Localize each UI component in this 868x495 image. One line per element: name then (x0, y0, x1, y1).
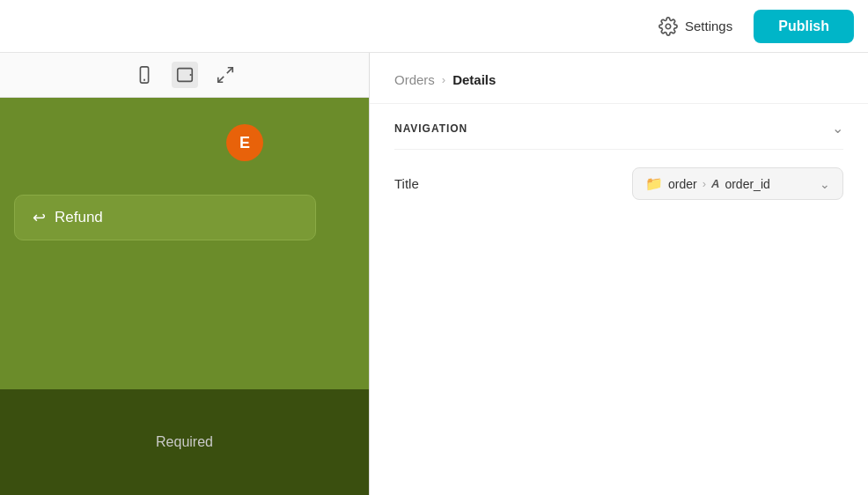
preview-dark-section: Required (0, 389, 369, 495)
required-text: Required (156, 434, 213, 450)
path-separator: › (702, 177, 706, 190)
main-area: E ↩ Refund Required Orders › Details NAV… (0, 53, 868, 495)
title-value-dropdown[interactable]: 📁 order › A order_id ⌄ (632, 167, 843, 200)
mobile-view-button[interactable] (131, 62, 158, 88)
folder-icon: 📁 (645, 175, 663, 192)
breadcrumb-current: Details (452, 72, 496, 87)
breadcrumb-parent: Orders (394, 72, 435, 87)
refund-icon: ↩ (33, 208, 46, 227)
settings-label: Settings (685, 18, 732, 33)
chevron-down-icon: ⌄ (832, 120, 843, 137)
field-name: order_id (725, 177, 769, 191)
navigation-section-header[interactable]: NAVIGATION ⌄ (394, 104, 843, 150)
settings-button[interactable]: Settings (648, 11, 743, 41)
folder-name: order (668, 177, 697, 191)
expand-icon (216, 65, 235, 85)
text-field-icon: A (711, 177, 719, 190)
tablet-view-button[interactable] (172, 62, 198, 88)
dropdown-arrow-icon: ⌄ (820, 177, 830, 191)
refund-label: Refund (55, 209, 103, 226)
svg-line-6 (217, 77, 223, 82)
breadcrumb: Orders › Details (370, 53, 868, 104)
navigation-section: NAVIGATION ⌄ Title 📁 order › A order_id … (370, 104, 868, 218)
gear-icon (658, 17, 678, 36)
preview-area: E ↩ Refund Required (0, 98, 369, 495)
expand-button[interactable] (212, 62, 239, 88)
navigation-section-title: NAVIGATION (394, 122, 467, 135)
avatar: E (226, 124, 263, 161)
device-toolbar (0, 53, 369, 98)
svg-line-5 (226, 68, 232, 73)
left-panel: E ↩ Refund Required (0, 53, 370, 495)
breadcrumb-separator: › (442, 73, 445, 86)
title-row: Title 📁 order › A order_id ⌄ (394, 150, 843, 218)
right-panel: Orders › Details NAVIGATION ⌄ Title 📁 or… (370, 53, 868, 495)
title-label: Title (394, 176, 419, 191)
top-bar: Settings Publish (0, 0, 868, 53)
svg-point-0 (666, 24, 671, 29)
tablet-icon (175, 65, 195, 85)
refund-button-preview: ↩ Refund (14, 195, 316, 240)
mobile-icon (135, 65, 154, 85)
publish-button[interactable]: Publish (754, 10, 854, 43)
